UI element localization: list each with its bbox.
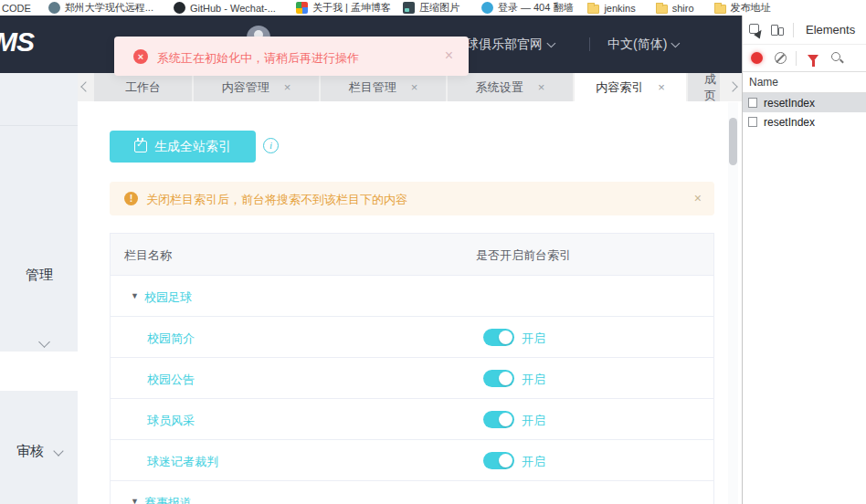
error-toast: 系统正在初始化中，请稍后再进行操作 ×	[114, 37, 469, 76]
app-logo: MS	[0, 26, 34, 58]
sidebar-item-review[interactable]: 审核	[16, 443, 44, 460]
close-icon[interactable]: ×	[658, 80, 665, 94]
sidebar-section: 审核	[0, 391, 78, 504]
tab-scroll-right-icon[interactable]	[727, 81, 737, 91]
toggle-state-label: 开启	[522, 454, 545, 470]
device-toolbar-icon[interactable]	[771, 24, 784, 37]
bookmark-folder-publish[interactable]: 发布地址	[714, 1, 771, 15]
toggle-knob	[499, 413, 512, 426]
image-icon	[403, 2, 415, 14]
bookmark-label: 郑州大学现代远程...	[65, 1, 153, 15]
network-toolbar	[743, 45, 866, 72]
bookmark-login[interactable]: 登录 — 404 翻墙	[481, 1, 574, 15]
tab-label: 工作台	[125, 79, 161, 96]
generate-button-label: 生成全站索引	[154, 139, 231, 155]
toggle-state-label: 开启	[522, 331, 545, 347]
index-toggle[interactable]	[483, 370, 514, 387]
request-name: resetIndex	[764, 116, 815, 129]
toggle-knob	[499, 372, 512, 385]
bookmark-blog[interactable]: 关于我 | 孟坤博客	[296, 1, 391, 15]
index-toggle[interactable]	[483, 329, 514, 346]
table-header: 栏目名称 是否开启前台索引	[111, 234, 713, 276]
tab-label: 内容索引	[596, 79, 643, 96]
sidebar: 管理 审核	[0, 73, 78, 504]
network-request-row[interactable]: resetIndex	[743, 112, 866, 131]
tab-system-settings[interactable]: 系统设置×	[448, 73, 573, 101]
column-link[interactable]: 赛事报道	[144, 495, 192, 504]
network-request-row[interactable]: resetIndex	[743, 93, 866, 112]
table-row: 校园简介 开启	[111, 317, 713, 358]
tab-workbench[interactable]: 工作台	[94, 73, 192, 101]
grid-icon	[296, 2, 308, 14]
bookmark-label: 压缩图片	[419, 1, 459, 15]
cms-page: MS 您好，test 福建国华足球俱乐部官网 中文(简体) 工作台 内容管理× …	[0, 16, 742, 504]
toggle-knob	[499, 454, 512, 467]
chevron-down-icon	[671, 38, 681, 47]
divider	[793, 23, 794, 37]
table-row: 校园公告 开启	[111, 358, 713, 399]
info-icon[interactable]	[263, 138, 279, 153]
search-icon[interactable]	[831, 52, 844, 65]
column-header-index: 是否开启前台索引	[476, 247, 571, 264]
divider	[0, 125, 78, 126]
folder-icon	[587, 5, 599, 14]
warning-alert: 关闭栏目索引后，前台将搜索不到该栏目下的内容 ×	[110, 182, 714, 215]
error-icon	[133, 49, 148, 64]
tab-elements[interactable]: Elements	[806, 23, 855, 37]
scrollbar-thumb[interactable]	[729, 118, 737, 165]
close-icon[interactable]: ×	[445, 47, 453, 64]
bookmark-zzu[interactable]: 郑州大学现代远程...	[48, 1, 153, 15]
close-icon[interactable]: ×	[411, 80, 418, 94]
page-scrollbar[interactable]	[728, 102, 738, 504]
index-toggle[interactable]	[483, 452, 514, 469]
record-icon[interactable]	[751, 52, 763, 64]
close-icon[interactable]: ×	[538, 80, 545, 94]
content-index-panel: 生成全站索引 关闭栏目索引后，前台将搜索不到该栏目下的内容 × 栏目名称 是否开…	[78, 101, 728, 504]
chevron-down-icon[interactable]	[53, 446, 63, 456]
column-index-table: 栏目名称 是否开启前台索引 ▼ 校园足球 校园简介 开启 校园公告 开启	[110, 233, 714, 504]
file-icon	[748, 98, 757, 108]
bookmark-github[interactable]: GitHub - Wechat-...	[174, 2, 276, 14]
tab-bar: 工作台 内容管理× 栏目管理× 系统设置× 内容索引× 生成页面	[78, 73, 742, 101]
tab-partial[interactable]: 生成页面	[688, 73, 720, 101]
bookmarks-bar: CODE 郑州大学现代远程... GitHub - Wechat-... 关于我…	[0, 0, 866, 16]
tab-label: 生成页面	[704, 73, 720, 101]
devtools-toolbar: Elements	[743, 16, 866, 45]
tab-column-mgmt[interactable]: 栏目管理×	[321, 73, 446, 101]
column-link[interactable]: 球迷记者裁判	[147, 454, 218, 470]
table-row: 球员风采 开启	[111, 399, 713, 440]
toggle-knob	[499, 331, 512, 344]
close-icon[interactable]: ×	[284, 80, 291, 94]
table-row: 球迷记者裁判 开启	[111, 440, 713, 481]
index-toggle[interactable]	[483, 411, 514, 428]
sidebar-item-manage[interactable]: 管理	[26, 267, 53, 284]
filter-icon[interactable]	[808, 55, 818, 62]
table-row: ▼ 赛事报道	[111, 481, 713, 504]
tab-content-mgmt[interactable]: 内容管理×	[194, 73, 319, 101]
bookmark-compress[interactable]: 压缩图片	[403, 1, 459, 15]
expand-arrow-icon[interactable]: ▼	[131, 497, 139, 504]
bookmark-folder-jenkins[interactable]: jenkins	[587, 3, 635, 14]
toggle-state-label: 开启	[522, 372, 545, 388]
inspect-element-icon[interactable]	[749, 24, 762, 37]
bookmark-folder-shiro[interactable]: shiro	[656, 3, 694, 14]
network-name-header[interactable]: Name	[743, 72, 866, 93]
globe-icon	[48, 2, 60, 14]
tab-content-index[interactable]: 内容索引×	[575, 73, 686, 101]
column-link[interactable]: 校园公告	[147, 372, 195, 388]
column-link[interactable]: 校园简介	[147, 331, 195, 347]
index-check-icon	[134, 141, 147, 152]
tab-scroll-left-icon[interactable]	[80, 81, 90, 91]
clear-icon[interactable]	[775, 52, 787, 64]
expand-arrow-icon[interactable]: ▼	[131, 291, 139, 300]
close-icon[interactable]: ×	[694, 191, 702, 205]
column-link[interactable]: 校园足球	[144, 289, 192, 306]
language-selector[interactable]: 中文(简体)	[607, 37, 681, 53]
file-icon	[748, 117, 757, 127]
generate-site-index-button[interactable]: 生成全站索引	[110, 131, 256, 163]
toggle-state-label: 开启	[522, 413, 545, 429]
bookmark-code[interactable]: CODE	[2, 3, 31, 14]
chevron-down-icon[interactable]	[38, 336, 50, 348]
column-link[interactable]: 球员风采	[147, 413, 195, 429]
table-row: ▼ 校园足球	[111, 276, 713, 317]
